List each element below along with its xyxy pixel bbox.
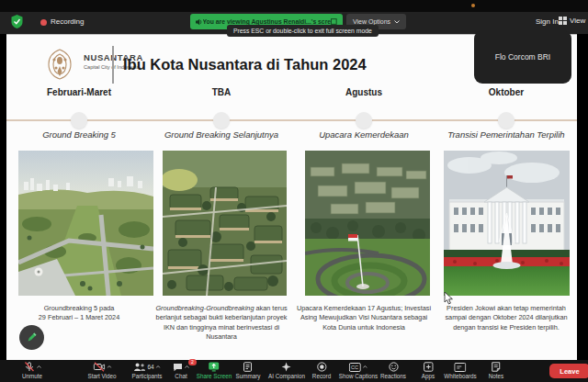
timeline-dot-3 (356, 112, 372, 129)
image-groundbreaking-5 (18, 151, 153, 296)
participants-count: 64 (147, 364, 153, 370)
chat-unread-badge: 2 (188, 359, 197, 365)
caption-2: Groundbreaking-Groundbreaking akan terus… (152, 304, 291, 342)
annotate-button[interactable] (19, 325, 44, 350)
viewing-screen-text: You are viewing Agustinus Renaldi...'s s… (203, 18, 332, 25)
chevron-up-icon[interactable] (363, 365, 368, 368)
recording-label: Recording (51, 17, 84, 26)
camera-muted-icon (93, 362, 105, 372)
timeline-month-4: Oktober (435, 87, 578, 97)
show-captions-button[interactable]: CC Show Captions (339, 362, 378, 379)
reactions-button[interactable]: Reactions (380, 362, 406, 379)
chevron-up-icon[interactable] (156, 365, 161, 368)
timeline-subtitle-1: Ground Breaking 5 (1, 129, 157, 140)
fullscreen-exit-tooltip: Press ESC or double-click to exit full s… (227, 25, 379, 37)
mouse-cursor (444, 292, 454, 305)
start-video-button[interactable]: Start Video (87, 362, 116, 379)
whiteboards-button[interactable]: Whiteboards (444, 362, 476, 379)
image-upacara-kemerdekaan (305, 151, 430, 296)
slide-title: Ibu Kota Nusantara di Tahun 2024 (123, 56, 367, 73)
audio-speaker-icon (196, 18, 203, 26)
leave-button[interactable]: Leave (549, 364, 588, 378)
image-transisi-pemerintahan (444, 151, 570, 296)
record-button[interactable]: Record (312, 362, 331, 379)
orange-indicator-dot (471, 4, 475, 7)
timeline-subtitle-2: Ground Breaking Selanjutnya (143, 129, 300, 140)
caption-4: Presiden Jokowi akan tetap memerintah sa… (438, 304, 574, 332)
notes-icon (492, 362, 501, 372)
chevron-down-icon (394, 20, 400, 24)
timeline-month-2: TBA (150, 87, 293, 97)
reactions-icon (388, 362, 398, 372)
top-strip (0, 0, 588, 12)
apps-icon (423, 362, 433, 372)
participant-name: Flo Corcom BRI (495, 52, 550, 62)
image-ground-breaking-selanjutnya (163, 151, 287, 296)
chevron-up-icon[interactable] (37, 365, 41, 368)
chevron-up-icon[interactable] (185, 365, 189, 368)
zoom-meeting-window: Recording You are viewing Agustinus Rena… (0, 0, 588, 382)
view-options-label: View Options (353, 18, 390, 25)
participants-icon (133, 363, 145, 372)
timeline-dot-4 (498, 112, 514, 129)
chevron-up-icon[interactable] (107, 365, 111, 368)
ai-companion-icon (282, 362, 292, 372)
ai-companion-button[interactable]: AI Companion (268, 362, 305, 379)
timeline-dot-2 (213, 112, 230, 129)
timeline-dot-1 (71, 112, 87, 129)
unmute-button[interactable]: Unmute (22, 362, 42, 379)
microphone-muted-icon (24, 362, 35, 372)
summary-button[interactable]: Summary (236, 362, 261, 379)
timeline-month-3: Agustus (292, 87, 435, 97)
participants-button[interactable]: 64 Participants (132, 362, 163, 379)
stop-viewing-icon[interactable] (331, 18, 337, 25)
participant-video-tile[interactable]: Flo Corcom BRI (474, 30, 571, 84)
pencil-icon (26, 331, 38, 343)
grid-view-icon (559, 17, 567, 25)
apps-button[interactable]: Apps (422, 362, 435, 379)
view-label: View (570, 17, 585, 25)
whiteboards-icon (454, 363, 466, 372)
meeting-toolbar: Unmute Start Video (0, 360, 588, 382)
chat-icon (173, 363, 183, 372)
nusantara-logo-icon (43, 47, 76, 82)
caption-1: Groundbreaking 5 pada 29 Februari – 1 Ma… (15, 304, 143, 323)
captions-icon: CC (349, 363, 361, 372)
notes-button[interactable]: Notes (489, 362, 503, 379)
caption-3: Upacara Kemerdekaan 17 Agustus; Investas… (294, 304, 434, 332)
record-icon (317, 362, 327, 372)
svg-text:CC: CC (351, 365, 358, 370)
view-button[interactable]: View (559, 17, 585, 25)
timeline-line (6, 119, 577, 121)
encryption-shield-icon (11, 15, 23, 28)
share-screen-button[interactable]: Share Screen (197, 362, 232, 379)
timeline-subtitle-4: Transisi Pemerintahan Terpilih (428, 129, 584, 140)
timeline-month-1: Februari-Maret (7, 87, 151, 97)
recording-dot-icon (40, 19, 47, 26)
header-divider (112, 46, 114, 84)
sign-in-button[interactable]: Sign In (536, 17, 559, 26)
share-screen-icon (209, 362, 220, 372)
timeline-subtitle-3: Upacara Kemerdekaan (286, 129, 442, 140)
chat-button[interactable]: 2 Chat (173, 362, 189, 379)
summary-icon (243, 362, 253, 372)
